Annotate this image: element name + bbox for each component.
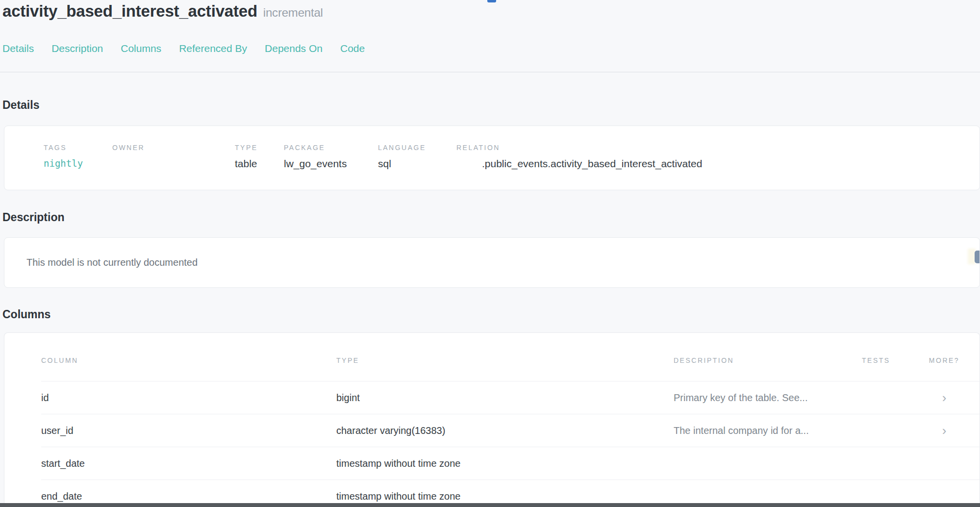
- tab-depends-on[interactable]: Depends On: [265, 43, 323, 53]
- cell-column-name: start_date: [41, 458, 336, 469]
- chevron-right-icon[interactable]: ›: [925, 393, 964, 403]
- model-name: activity_based_interest_activated: [2, 2, 257, 20]
- table-row-start-date[interactable]: start_date timestamp without time zone: [41, 447, 980, 480]
- field-type-value: table: [235, 158, 284, 170]
- columns-table: COLUMN TYPE DESCRIPTION TESTS MORE? id b…: [41, 356, 980, 507]
- field-owner: OWNER: [112, 144, 235, 190]
- description-section: Description This model is not currently …: [0, 210, 980, 288]
- field-relation: RELATION .public_events.activity_based_i…: [456, 144, 980, 190]
- field-type-label: TYPE: [235, 144, 284, 152]
- cell-column-name: end_date: [41, 491, 336, 502]
- columns-card: COLUMN TYPE DESCRIPTION TESTS MORE? id b…: [4, 332, 980, 507]
- table-row-id[interactable]: id bigint Primary key of the table. See.…: [41, 381, 980, 414]
- table-row-user-id[interactable]: user_id character varying(16383) The int…: [41, 414, 980, 447]
- details-heading: Details: [2, 98, 980, 112]
- field-package-value: lw_go_events: [284, 158, 378, 170]
- page-title: activity_based_interest_activatedincreme…: [2, 1, 323, 23]
- field-package-label: PACKAGE: [284, 144, 378, 152]
- tab-columns[interactable]: Columns: [121, 43, 161, 53]
- bottom-edge-bar: [0, 503, 980, 507]
- header-more: MORE?: [925, 356, 964, 364]
- materialization-badge: incremental: [263, 6, 323, 19]
- section-nav: Details Description Columns Referenced B…: [2, 43, 980, 53]
- cell-column-description: The internal company id for a...: [674, 425, 862, 436]
- columns-table-header: COLUMN TYPE DESCRIPTION TESTS MORE?: [41, 356, 980, 381]
- cell-column-type: timestamp without time zone: [336, 458, 674, 469]
- tab-description[interactable]: Description: [51, 43, 103, 53]
- chevron-right-icon[interactable]: ›: [925, 426, 964, 435]
- field-relation-value: .public_events.activity_based_interest_a…: [456, 158, 980, 170]
- cutoff-button-fragment[interactable]: [975, 251, 980, 263]
- header-type: TYPE: [336, 356, 674, 364]
- field-language: LANGUAGE sql: [378, 144, 456, 190]
- columns-heading: Columns: [2, 307, 980, 321]
- tab-details[interactable]: Details: [2, 43, 34, 53]
- tag-link[interactable]: nightly: [44, 158, 112, 169]
- columns-section: Columns COLUMN TYPE DESCRIPTION TESTS MO…: [0, 307, 980, 507]
- cell-column-name: user_id: [41, 425, 336, 436]
- field-language-label: LANGUAGE: [378, 144, 456, 152]
- cell-column-name: id: [41, 392, 336, 404]
- details-card: TAGS nightly OWNER TYPE table PACKAGE lw…: [4, 126, 980, 190]
- header-tests: TESTS: [862, 356, 925, 364]
- header-divider: [0, 72, 980, 73]
- field-language-value: sql: [378, 158, 456, 170]
- field-tags-label: TAGS: [44, 144, 112, 152]
- tab-referenced-by[interactable]: Referenced By: [179, 43, 247, 53]
- tab-code[interactable]: Code: [340, 43, 365, 53]
- page-header: activity_based_interest_activatedincreme…: [0, 0, 980, 23]
- description-heading: Description: [2, 210, 980, 224]
- description-text: This model is not currently documented: [26, 257, 198, 268]
- header-column: COLUMN: [41, 356, 336, 364]
- cell-column-description: Primary key of the table. See...: [674, 392, 862, 404]
- field-package: PACKAGE lw_go_events: [284, 144, 378, 190]
- cell-column-type: bigint: [336, 392, 674, 404]
- field-type: TYPE table: [235, 144, 284, 190]
- details-section: Details TAGS nightly OWNER TYPE table PA…: [0, 98, 980, 190]
- field-tags: TAGS nightly: [44, 144, 112, 190]
- cell-column-type: character varying(16383): [336, 425, 674, 436]
- cutoff-link-fragment[interactable]: [487, 0, 496, 2]
- header-description: DESCRIPTION: [674, 356, 862, 364]
- cell-column-type: timestamp without time zone: [336, 491, 674, 502]
- field-owner-label: OWNER: [112, 144, 235, 152]
- field-relation-label: RELATION: [456, 144, 980, 152]
- description-card: This model is not currently documented: [4, 237, 980, 288]
- model-docs-page: activity_based_interest_activatedincreme…: [0, 0, 980, 507]
